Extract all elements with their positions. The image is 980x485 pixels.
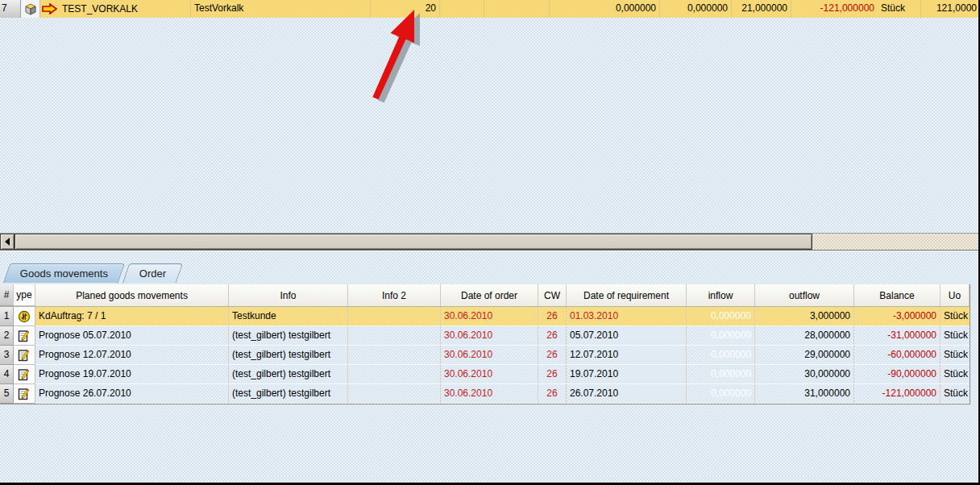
uom-cell: Stück [941,365,970,384]
inflow-cell: 0,000000 [687,326,755,346]
order-date-cell: 30.06.2010 [441,326,538,346]
col-header-inflow[interactable]: inflow [687,284,755,306]
type-cell [14,384,35,404]
col-header-requirement[interactable]: Date of requirement [567,284,687,306]
tab-strip: Goods movements Order [6,263,180,283]
balance-cell: -121,000000 [854,384,941,404]
col-header-type[interactable]: ype [14,284,35,306]
scroll-left-arrow-icon [5,238,10,246]
inflow-cell: 0,000000 [687,307,755,326]
cw-cell: 26 [538,326,567,346]
info-cell: (test_gilbert) testgilbert [229,384,348,404]
table-row[interactable]: 5 Prognose 26.07.2010 (test_gilbert) tes… [0,384,970,404]
material-cube-icon [23,2,38,16]
inflow-cell: 0,000000 [687,384,755,404]
outflow-cell: 31,000000 [755,384,854,404]
requirement-date-cell: 01.03.2010 [567,307,687,326]
type-cell [14,307,35,326]
upper-row-description: TestVorkalk [191,0,371,18]
order-date-cell: 30.06.2010 [441,365,538,384]
edit-document-icon [18,330,31,342]
row-number-cell: 3 [0,346,14,365]
info2-cell [348,326,441,346]
edit-document-icon [18,388,31,400]
horizontal-scrollbar[interactable] [0,233,980,250]
table-row[interactable]: 3 Prognose 12.07.2010 (test_gilbert) tes… [0,346,970,365]
upper-row-number: 7 [0,0,21,18]
upper-row-value-d: 121,0000 [921,0,980,18]
outflow-cell: 29,000000 [755,346,854,365]
table-row[interactable]: 1 KdAuftrag: 7 / 1 Testkunde 30.06.2010 … [0,307,970,326]
upper-row-value-b: 0,000000 [660,0,732,18]
requirement-date-cell: 12.07.2010 [567,346,687,365]
table-row[interactable]: 4 Prognose 19.07.2010 (test_gilbert) tes… [0,365,970,384]
col-header-balance[interactable]: Balance [854,284,941,306]
tab-goods-movements-label: Goods movements [20,267,108,280]
order-date-cell: 30.06.2010 [441,384,538,404]
col-header-number[interactable]: # [0,284,14,306]
order-date-cell: 30.06.2010 [441,307,538,326]
movement-cell: Prognose 05.07.2010 [35,326,229,346]
cw-cell: 26 [538,384,567,404]
info-cell: (test_gilbert) testgilbert [229,346,348,365]
type-cell [14,346,35,365]
table-row[interactable]: 2 Prognose 05.07.2010 (test_gilbert) tes… [0,326,970,346]
edit-document-icon [18,368,31,381]
type-cell [14,326,35,346]
info2-cell [348,384,441,404]
col-header-outflow[interactable]: outflow [755,284,854,306]
row-number-cell: 5 [0,384,14,404]
movement-cell: Prognose 19.07.2010 [35,365,229,384]
info-cell: Testkunde [229,307,348,326]
balance-cell: -3,000000 [854,307,941,326]
material-cube-icon-cell [21,0,40,18]
upper-row-quantity: 20 [371,0,440,18]
movement-cell: KdAuftrag: 7 / 1 [35,307,229,326]
balance-cell: -60,000000 [854,346,941,365]
row-number-cell: 4 [0,365,14,384]
upper-row-balance: -121,000000 [791,0,878,18]
movement-cell: Prognose 12.07.2010 [35,346,229,365]
info2-cell [348,346,441,365]
upper-row-value-c: 21,000000 [732,0,791,18]
edit-document-icon [18,349,31,362]
tab-order[interactable]: Order [122,263,183,283]
goods-movements-table: # ype Planed goods movements Info Info 2… [0,284,970,404]
info2-cell [348,307,441,326]
row-number-cell: 2 [0,326,14,346]
upper-row-empty-cell [440,0,484,18]
table-header-row: # ype Planed goods movements Info Info 2… [0,284,970,307]
order-date-cell: 30.06.2010 [441,346,538,365]
scrollbar-thumb[interactable] [15,234,812,250]
requirement-date-cell: 19.07.2010 [567,365,687,384]
pane-splitter[interactable] [0,250,980,252]
type-cell [14,365,35,384]
balance-cell: -31,000000 [854,326,941,346]
goto-arrow-icon[interactable] [42,3,58,15]
upper-row-empty-cell [484,0,550,18]
row-number-cell: 1 [0,307,14,326]
uom-cell: Stück [941,346,970,365]
col-header-movements[interactable]: Planed goods movements [35,284,229,306]
upper-row-name: TEST_VORKALK [62,1,138,18]
movement-cell: Prognose 26.07.2010 [35,384,229,404]
scrollbar-left-button[interactable] [0,234,15,250]
outflow-cell: 3,000000 [755,307,854,326]
requirement-date-cell: 26.07.2010 [567,384,687,404]
uom-cell: Stück [941,326,970,346]
info-cell: (test_gilbert) testgilbert [229,365,348,384]
tab-order-label: Order [139,267,166,280]
upper-grid-row[interactable]: 7 TEST_VORKALK TestVorkalk 20 0,000000 0… [0,0,980,18]
cw-cell: 26 [538,346,567,365]
cw-cell: 26 [538,307,567,326]
col-header-info[interactable]: Info [229,284,348,306]
tab-goods-movements[interactable]: Goods movements [3,263,125,283]
col-header-cw[interactable]: CW [538,284,567,306]
sales-order-icon [18,310,31,323]
info2-cell [348,365,441,384]
outflow-cell: 28,000000 [755,326,854,346]
col-header-order-date[interactable]: Date of order [441,284,538,306]
col-header-info2[interactable]: Info 2 [348,284,441,306]
col-header-uom[interactable]: Uo [941,284,970,306]
info-cell: (test_gilbert) testgilbert [229,326,348,346]
